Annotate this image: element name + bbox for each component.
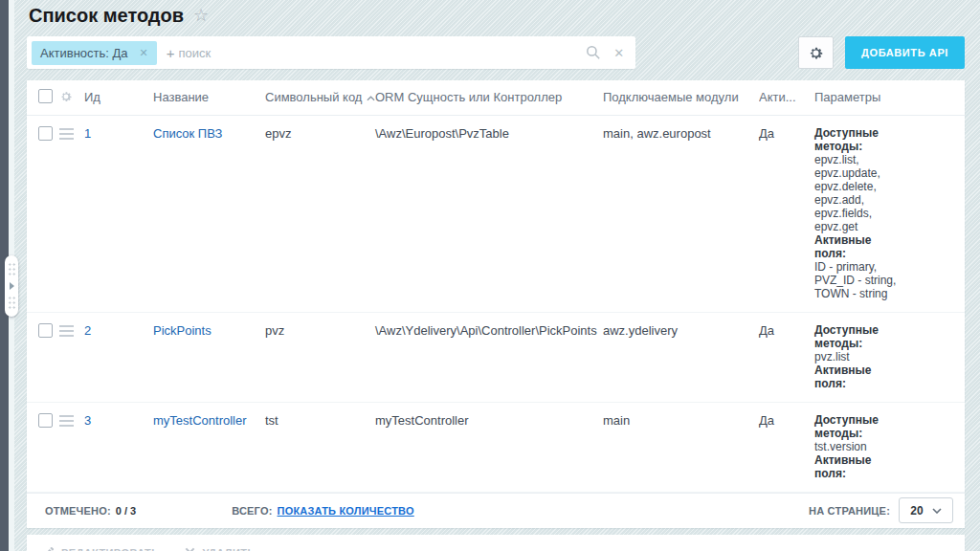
row-id-link[interactable]: 2 (84, 323, 91, 338)
edit-button-label: РЕДАКТИРОВАТЬ (61, 547, 159, 551)
row-menu-icon[interactable] (59, 413, 74, 430)
params-methods: tst.version (814, 440, 957, 453)
edit-button[interactable]: РЕДАКТИРОВАТЬ (42, 546, 159, 551)
page-title: Список методов (29, 5, 184, 27)
table-row: 1 Список ПВЗ epvz \Awz\Europost\PvzTable… (27, 115, 965, 312)
column-header-code[interactable]: Символьный код (265, 80, 375, 115)
per-page-group: НА СТРАНИЦЕ: 20 (809, 497, 953, 523)
gear-icon (808, 45, 824, 61)
page-header: Список методов ☆ (27, 0, 965, 29)
search-clear-icon[interactable]: ✕ (613, 46, 624, 60)
row-orm: myTestController (375, 402, 603, 492)
row-menu-icon[interactable] (59, 126, 74, 143)
filter-chip-remove-icon[interactable]: ✕ (140, 47, 148, 59)
row-code: epvz (265, 115, 375, 312)
table-row: 2 PickPoints pvz \Awz\Ydelivery\Api\Cont… (27, 312, 965, 402)
column-header-modules[interactable]: Подключаемые модули (603, 80, 759, 115)
total-label: ВСЕГО: (232, 505, 272, 517)
column-header-id[interactable]: Ид (84, 80, 153, 115)
data-grid-panel: Ид Название Символьный код ORM Сущность … (27, 80, 965, 528)
column-header-params[interactable]: Параметры (814, 80, 965, 115)
per-page-label: НА СТРАНИЦЕ: (809, 505, 890, 517)
filter-toolbar: Активность: Да ✕ + ✕ ДОБАВИТЬ API (27, 36, 965, 69)
table-row: 3 myTestController tst myTestController … (27, 402, 965, 492)
grid-settings-button[interactable] (798, 36, 834, 69)
search-box-icons: ✕ (586, 45, 624, 60)
row-modules: awz.ydelivery (603, 312, 759, 402)
row-params: Доступные методы: pvz.list Активные поля… (814, 312, 965, 402)
select-all-checkbox[interactable] (38, 89, 53, 103)
row-orm: \Awz\Europost\PvzTable (375, 115, 603, 312)
params-methods-label: Доступные методы: (814, 323, 879, 350)
row-name-link[interactable]: myTestController (153, 413, 247, 428)
row-id-link[interactable]: 1 (84, 126, 91, 141)
row-active: Да (759, 312, 814, 402)
selected-count-value: 0 / 3 (116, 505, 136, 517)
delete-button-label: УДАЛИТЬ (202, 547, 255, 551)
chevron-right-icon (10, 282, 14, 290)
row-active: Да (759, 115, 814, 312)
params-fields-label: Активные поля: (814, 453, 871, 480)
chevron-down-icon (932, 508, 942, 514)
filter-chip-label: Активность: Да (40, 46, 128, 60)
params-methods: pvz.list (814, 350, 957, 364)
search-icon[interactable] (586, 45, 601, 60)
group-actions-panel: РЕДАКТИРОВАТЬ УДАЛИТЬ (27, 535, 965, 551)
row-checkbox[interactable] (38, 323, 53, 338)
methods-table: Ид Название Символьный код ORM Сущность … (27, 80, 965, 493)
sort-asc-icon (367, 96, 375, 101)
columns-gear-icon[interactable] (59, 90, 73, 103)
table-header-row: Ид Название Символьный код ORM Сущность … (27, 80, 965, 115)
params-fields-label: Активные поля: (814, 233, 871, 260)
row-modules: main, awz.europost (603, 115, 759, 312)
filter-add-icon: + (167, 45, 175, 61)
favorite-star-icon[interactable]: ☆ (193, 7, 209, 24)
params-methods-label: Доступные методы: (814, 413, 879, 440)
params-fields: ID - primary, PVZ_ID - string, TOWN - st… (814, 260, 957, 300)
row-code: pvz (265, 312, 375, 402)
filter-chip-activity[interactable]: Активность: Да ✕ (32, 41, 157, 65)
grid-footer: ОТМЕЧЕНО: 0 / 3 ВСЕГО: ПОКАЗАТЬ КОЛИЧЕСТ… (27, 493, 965, 528)
params-fields-label: Активные поля: (814, 364, 871, 390)
column-header-name[interactable]: Название (153, 80, 265, 115)
drag-dots-icon (8, 262, 16, 276)
row-active: Да (759, 402, 814, 492)
filter-search-box[interactable]: Активность: Да ✕ + ✕ (27, 36, 635, 69)
x-icon (185, 547, 195, 551)
pencil-icon (42, 546, 55, 551)
row-modules: main (603, 402, 759, 492)
column-header-orm[interactable]: ORM Сущность или Контроллер (375, 80, 603, 115)
main-content: Список методов ☆ Активность: Да ✕ + ✕ (27, 0, 965, 551)
total-group: ВСЕГО: ПОКАЗАТЬ КОЛИЧЕСТВО (232, 505, 414, 517)
add-api-button[interactable]: ДОБАВИТЬ API (845, 36, 965, 69)
row-checkbox[interactable] (38, 126, 53, 141)
row-name-link[interactable]: Список ПВЗ (153, 126, 222, 141)
params-methods-label: Доступные методы: (814, 126, 879, 153)
row-orm: \Awz\Ydelivery\Api\Controller\PickPoints (375, 312, 603, 402)
per-page-select[interactable]: 20 (899, 497, 953, 523)
show-count-link[interactable]: ПОКАЗАТЬ КОЛИЧЕСТВО (278, 505, 414, 517)
column-header-active[interactable]: Акти... (759, 80, 814, 115)
row-params: Доступные методы: epvz.list, epvz.update… (814, 115, 965, 312)
drag-dots-icon (8, 296, 16, 310)
params-methods: epvz.list, epvz.update, epvz.delete, epv… (814, 153, 957, 233)
row-params: Доступные методы: tst.version Активные п… (814, 402, 965, 492)
row-checkbox[interactable] (38, 413, 53, 428)
row-code: tst (265, 402, 375, 492)
search-input[interactable] (179, 46, 587, 60)
sidebar-expand-handle[interactable] (5, 255, 18, 317)
per-page-value: 20 (910, 504, 923, 518)
row-name-link[interactable]: PickPoints (153, 323, 212, 338)
row-id-link[interactable]: 3 (84, 413, 91, 428)
row-menu-icon[interactable] (59, 323, 74, 340)
selected-count-label: ОТМЕЧЕНО: (45, 505, 111, 517)
delete-button[interactable]: УДАЛИТЬ (185, 547, 255, 551)
